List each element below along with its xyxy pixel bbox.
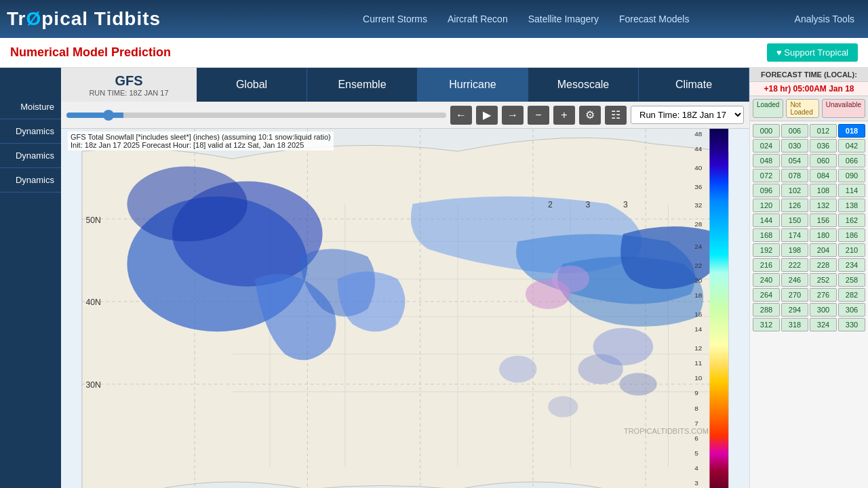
forecast-hour-168[interactable]: 168: [753, 228, 780, 242]
forecast-hour-258[interactable]: 258: [838, 273, 865, 287]
next-button[interactable]: →: [502, 106, 524, 125]
forecast-hour-180[interactable]: 180: [810, 228, 837, 242]
forecast-hour-126[interactable]: 126: [781, 199, 808, 212]
nav-satellite-imagery[interactable]: Satellite Imagery: [528, 14, 599, 24]
sidebar-item-dynamics2[interactable]: Dynamics: [0, 144, 61, 168]
forecast-hour-246[interactable]: 246: [781, 273, 808, 287]
forecast-hour-240[interactable]: 240: [753, 273, 780, 287]
forecast-hour-030[interactable]: 030: [781, 139, 808, 152]
forecast-hour-144[interactable]: 144: [753, 214, 780, 227]
forecast-hour-186[interactable]: 186: [838, 228, 865, 242]
forecast-hour-282[interactable]: 282: [838, 288, 865, 302]
svg-text:5: 5: [694, 449, 698, 457]
nav-current-storms[interactable]: Current Storms: [363, 14, 427, 24]
forecast-hour-036[interactable]: 036: [810, 139, 837, 152]
forecast-hour-252[interactable]: 252: [810, 273, 837, 287]
sidebar-item-moisture[interactable]: Moisture: [0, 95, 61, 119]
settings-button[interactable]: ⚙: [579, 106, 601, 125]
svg-text:3: 3: [586, 200, 591, 209]
forecast-hour-192[interactable]: 192: [753, 243, 780, 257]
forecast-hour-090[interactable]: 090: [838, 169, 865, 182]
forecast-hour-078[interactable]: 078: [781, 169, 808, 182]
tab-mesoscale[interactable]: Mesoscale: [528, 68, 639, 102]
model-label: GFS RUN TIME: 18Z JAN 17: [61, 68, 197, 102]
forecast-hour-174[interactable]: 174: [781, 228, 808, 242]
nav-analysis-tools[interactable]: Analysis Tools: [795, 14, 854, 24]
forecast-hour-150[interactable]: 150: [781, 214, 808, 227]
forecast-hour-210[interactable]: 210: [838, 243, 865, 257]
svg-point-18: [548, 396, 578, 418]
forecast-hour-024[interactable]: 024: [753, 139, 780, 152]
forecast-hour-276[interactable]: 276: [810, 288, 837, 302]
svg-point-13: [578, 354, 623, 384]
forecast-hour-006[interactable]: 006: [781, 124, 808, 138]
forecast-hour-162[interactable]: 162: [838, 214, 865, 227]
nav-aircraft-recon[interactable]: Aircraft Recon: [448, 14, 508, 24]
forecast-hour-294[interactable]: 294: [781, 303, 808, 317]
model-name: GFS: [115, 73, 142, 89]
forecast-hour-306[interactable]: 306: [838, 303, 865, 317]
forecast-hour-066[interactable]: 066: [838, 154, 865, 167]
forecast-hour-072[interactable]: 072: [753, 169, 780, 182]
header: TrØpical Tidbits Current Storms Aircraft…: [0, 0, 868, 38]
forecast-hour-198[interactable]: 198: [781, 243, 808, 257]
svg-text:11: 11: [694, 359, 703, 367]
forecast-hour-000[interactable]: 000: [753, 124, 780, 138]
forecast-hour-048[interactable]: 048: [753, 154, 780, 167]
forecast-hour-324[interactable]: 324: [810, 318, 837, 331]
tab-climate[interactable]: Climate: [639, 68, 749, 102]
svg-text:50N: 50N: [85, 216, 100, 225]
forecast-hour-318[interactable]: 318: [781, 318, 808, 331]
forecast-hour-114[interactable]: 114: [838, 184, 865, 197]
forecast-hour-060[interactable]: 060: [810, 154, 837, 167]
forecast-hour-288[interactable]: 288: [753, 303, 780, 317]
forecast-hour-228[interactable]: 228: [810, 258, 837, 272]
run-time-select[interactable]: Run Time: 18Z Jan 17Run Time: 12Z Jan 17…: [631, 106, 744, 124]
logo-accent: Ø: [26, 8, 41, 29]
tab-hurricane[interactable]: Hurricane: [418, 68, 528, 102]
forecast-hour-102[interactable]: 102: [781, 184, 808, 197]
svg-text:3: 3: [694, 479, 698, 487]
forecast-hour-084[interactable]: 084: [810, 169, 837, 182]
tab-global[interactable]: Global: [197, 68, 307, 102]
sub-header: Numerical Model Prediction ♥ Support Tro…: [0, 38, 868, 68]
forecast-hour-156[interactable]: 156: [810, 214, 837, 227]
prev-button[interactable]: ←: [450, 106, 472, 125]
plus-button[interactable]: +: [553, 106, 575, 125]
right-panel: FORECAST TIME (LOCAL): +18 hr) 05:00AM J…: [749, 68, 868, 488]
forecast-hour-054[interactable]: 054: [781, 154, 808, 167]
center-content: GFS RUN TIME: 18Z JAN 17 Global Ensemble…: [61, 68, 749, 488]
minus-button[interactable]: −: [528, 106, 549, 125]
forecast-hour-108[interactable]: 108: [810, 184, 837, 197]
tab-ensemble[interactable]: Ensemble: [307, 68, 418, 102]
svg-rect-25: [709, 129, 728, 488]
model-bar: GFS RUN TIME: 18Z JAN 17 Global Ensemble…: [61, 68, 749, 102]
forecast-hour-222[interactable]: 222: [781, 258, 808, 272]
nav-forecast-models[interactable]: Forecast Models: [619, 14, 689, 24]
forecast-hour-234[interactable]: 234: [838, 258, 865, 272]
forecast-hour-042[interactable]: 042: [838, 139, 865, 152]
svg-text:36: 36: [694, 183, 703, 190]
forecast-hour-204[interactable]: 204: [810, 243, 837, 257]
forecast-hour-120[interactable]: 120: [753, 199, 780, 212]
forecast-hour-012[interactable]: 012: [810, 124, 837, 138]
grid-button[interactable]: ☷: [605, 106, 627, 125]
forecast-hour-330[interactable]: 330: [838, 318, 865, 331]
svg-text:32: 32: [694, 201, 703, 209]
timeline-slider[interactable]: [66, 113, 446, 118]
forecast-hour-270[interactable]: 270: [781, 288, 808, 302]
svg-point-17: [499, 356, 536, 383]
forecast-hour-132[interactable]: 132: [810, 199, 837, 212]
play-button[interactable]: ▶: [476, 106, 498, 125]
forecast-hour-018[interactable]: 018: [838, 124, 865, 138]
forecast-hour-138[interactable]: 138: [838, 199, 865, 212]
logo: TrØpical Tidbits: [7, 8, 161, 30]
support-button[interactable]: ♥ Support Tropical: [767, 43, 858, 62]
forecast-hour-300[interactable]: 300: [810, 303, 837, 317]
sidebar-item-dynamics3[interactable]: Dynamics: [0, 168, 61, 192]
forecast-hour-096[interactable]: 096: [753, 184, 780, 197]
forecast-hour-216[interactable]: 216: [753, 258, 780, 272]
forecast-hour-264[interactable]: 264: [753, 288, 780, 302]
sidebar-item-dynamics1[interactable]: Dynamics: [0, 119, 61, 144]
forecast-hour-312[interactable]: 312: [753, 318, 780, 331]
